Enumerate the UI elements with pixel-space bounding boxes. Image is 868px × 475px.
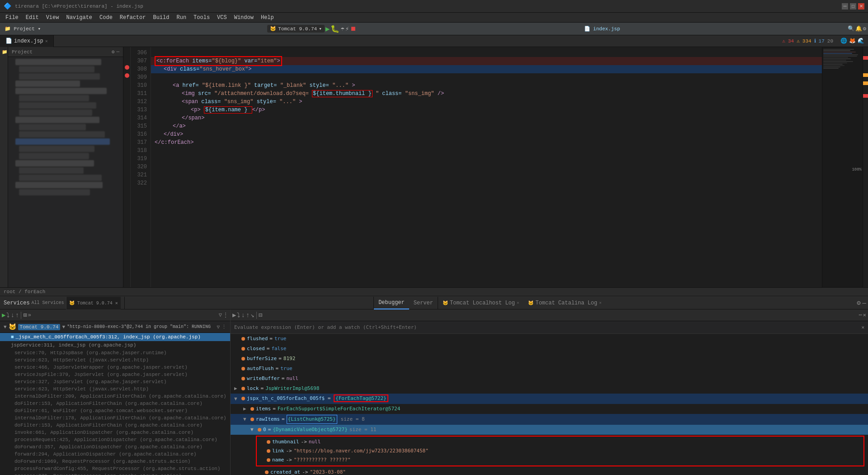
stack-frame-11[interactable]: invoke:661, ApplicationDispatcher (org.a… [0,429,230,436]
menu-code[interactable]: Code [96,14,116,22]
more-btn[interactable]: ⋮ [222,324,226,330]
tab-log-close-1[interactable]: ✕ [517,300,519,305]
panel-settings-icon[interactable]: ⚙ [857,299,860,307]
menu-run[interactable]: Run [173,14,190,22]
stack-frame-15[interactable]: doForward:1069, RequestProcessor (org.ap… [0,458,230,465]
stack-frame-4[interactable]: service:327, JspServlet (org.apache.jasp… [0,378,230,385]
filter-icon[interactable]: ▽ [219,312,222,318]
expand-foreach-arrow[interactable]: ▼ [234,395,240,403]
tab-index-jsp[interactable]: 📄 index.jsp ✕ [0,35,54,47]
project-panel-toggle[interactable]: 📁 [1,49,6,54]
resume-vars-icon[interactable]: ▶ [232,311,236,319]
stack-frame-9[interactable]: internalDoFilter:178, ApplicationFilterC… [0,414,230,422]
menu-tools[interactable]: Tools [190,14,213,22]
step-over-icon[interactable]: ⤵ [6,312,9,319]
resume-icon[interactable]: ▶ [2,311,5,319]
tab-log-close-2[interactable]: ✕ [599,300,601,305]
tab-close-icon[interactable]: ✕ [45,38,48,44]
services-tomcat-tab[interactable]: 🐱 Tomcat 9.0.74 ✕ [66,297,121,309]
tab-debugger[interactable]: Debugger [374,297,409,309]
stack-frame-0[interactable]: service:70, HttpJspBase (org.apache.jasp… [0,349,230,356]
line-num-311: 311 [131,90,147,98]
menu-view[interactable]: View [42,14,63,22]
stack-frame-17[interactable]: process:279, RequestProcessor (org.apach… [0,472,230,475]
stack-frame-7[interactable]: doFilter:153, ApplicationFilterChain (or… [0,400,230,407]
tab-log-label-2: Tomcat Catalina Log [535,300,597,306]
minimize-button[interactable]: ─ [842,3,848,10]
tab-server[interactable]: Server [409,297,438,309]
filter-btn[interactable]: ▽ [217,324,220,330]
menu-help[interactable]: Help [257,14,278,22]
stack-frame-main[interactable]: ■ _jspx_meth_c_005fforEach_005f3:312, in… [0,333,230,341]
menu-vcs[interactable]: VCS [213,14,231,22]
stack-frame-6[interactable]: internalDoFilter:209, ApplicationFilterC… [0,393,230,400]
stack-frame-5[interactable]: service:623, HttpServlet (javax.servlet.… [0,385,230,393]
profile-button[interactable]: ⚡ [345,25,349,33]
title-text: tirenara [C:\#Project\tirenara] - index.… [15,4,143,9]
run-button[interactable]: ▶ [326,24,330,33]
collapse-icon[interactable]: — [116,49,119,55]
settings-btn[interactable]: ⚙ [863,25,866,32]
close-button[interactable]: ✕ [858,3,864,10]
stack-frame-2[interactable]: service:466, JspServletWrapper (org.apac… [0,364,230,371]
step-into-my-code[interactable]: ↘ [250,311,254,319]
menu-navigate[interactable]: Navigate [62,14,96,22]
panel-close-icon[interactable]: — [863,299,866,307]
menu-build[interactable]: Build [149,14,173,22]
code-content[interactable]: <c:forEach items="${blog}" var="item"> <… [151,47,822,287]
minimap-line-3 [823,52,856,52]
step-out-vars[interactable]: ↑ [246,312,250,319]
tomcat-icon-thread: 🐱 [9,323,16,331]
notifications-btn[interactable]: 🔔 [855,25,862,32]
debug-button[interactable]: 🐛 [330,24,340,33]
stack-frame-14[interactable]: forward:294, ApplicationDispatcher (org.… [0,451,230,458]
grid-view-icon[interactable]: ⊞ [23,311,27,319]
stack-frame-10[interactable]: doFilter:153, ApplicationFilterChain (or… [0,422,230,429]
firefox-icon[interactable]: 🦊 [849,38,856,44]
vars-close-icon[interactable]: ✕ [863,312,866,318]
more-icon-2[interactable]: ⋮ [223,312,228,318]
vars-more-icon[interactable]: ⋯ [859,312,862,318]
edge-icon[interactable]: 🌊 [858,38,864,44]
search-everywhere-btn[interactable]: 🔍 [848,25,854,32]
expand-rawitems-arrow[interactable]: ▼ [243,415,249,423]
project-panel-title: Project [12,49,33,55]
eval-icon[interactable]: ✕ [861,324,864,330]
run-config[interactable]: 🐱 Tomcat 9.0.74 ▾ [267,25,324,33]
code-val-sns: "sns_hover_box" [199,66,248,72]
eval-input[interactable] [234,324,859,330]
stack-frame-3[interactable]: serviceJspFile:379, JspServlet (org.apac… [0,371,230,378]
menu-file[interactable]: File [2,14,22,22]
chrome-icon[interactable]: 🌐 [840,38,847,44]
tab-tomcat-catalina-log[interactable]: 🐱 Tomcat Catalina Log ✕ [524,297,606,309]
project-dropdown[interactable]: 📁 Project ▾ [2,25,43,33]
stack-frame-16[interactable]: processForwardConfig:455, RequestProcess… [0,465,230,472]
stack-frame-12[interactable]: processRequest:425, ApplicationDispatche… [0,436,230,443]
expand-items-arrow[interactable]: ▶ [243,405,249,413]
expand-lock-arrow[interactable]: ▶ [234,385,240,393]
step-into-vars[interactable]: ↓ [241,312,245,319]
code-span-close: > [299,99,302,105]
active-file-tab[interactable]: 📄 index.jsp [580,25,624,33]
stack-frame-13[interactable]: doForward:357, ApplicationDispatcher (or… [0,443,230,451]
step-out-icon[interactable]: ↑ [15,312,19,319]
step-over-vars[interactable]: ⤵ [237,312,240,319]
gear-icon[interactable]: ⚙ [112,49,115,55]
more-icon[interactable]: » [28,312,31,318]
services-all-tab[interactable]: All Services [32,300,64,305]
stop-button[interactable]: ⏹ [350,25,356,33]
menu-edit[interactable]: Edit [22,14,42,22]
expand-item0-arrow[interactable]: ▼ [250,426,256,434]
step-into-icon[interactable]: ↓ [10,312,14,319]
maximize-button[interactable]: □ [850,3,856,10]
stack-frame-jsp[interactable]: jspService:311, index_jsp (org.apache.js… [0,341,230,349]
stack-frame-1[interactable]: service:623, HttpServlet (javax.servlet.… [0,356,230,364]
coverage-button[interactable]: ☂ [340,25,344,33]
stack-frame-8[interactable]: doFilter:61, WsFilter (org.apache.tomcat… [0,407,230,414]
menu-window[interactable]: Window [231,14,257,22]
tab-tomcat-localhost-log[interactable]: 🐱 Tomcat Localhost Log ✕ [438,297,524,309]
table-view-icon[interactable]: ⊟ [259,311,262,319]
minimap-line-12 [823,64,843,65]
tomcat-name-badge[interactable]: Tomcat 9.0.74 [18,324,61,330]
menu-refactor[interactable]: Refactor [116,14,150,22]
